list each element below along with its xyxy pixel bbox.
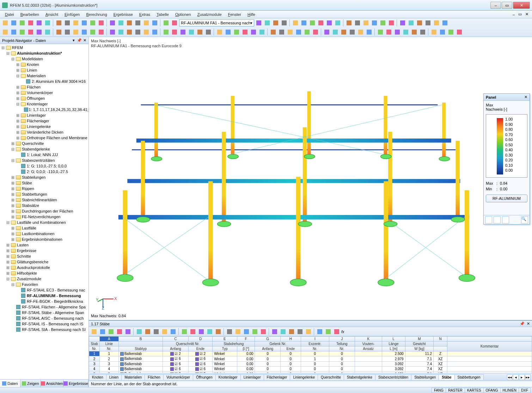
status-raster[interactable]: RASTER [446,388,465,393]
table-toolbar-button[interactable] [107,328,115,336]
tree-node[interactable]: ⊞Liniengelenke [0,124,88,129]
toolbar-button[interactable] [188,28,195,36]
maximize-button[interactable]: ▭ [502,2,512,9]
toolbar-button[interactable] [439,28,446,36]
table-toolbar-button[interactable] [181,328,188,336]
toolbar-button[interactable] [377,28,384,36]
toolbar-button[interactable] [424,19,432,27]
toolbar-button[interactable] [97,19,105,27]
tree-node[interactable]: RF-STAHL SIA - Bemessung nach SI [0,327,88,332]
tree-node[interactable]: 1: 1,7-11,17,18,24,25,31,32,38-41; [0,107,88,112]
table-toolbar-button[interactable] [161,328,169,336]
menu-extras[interactable]: Extras [136,12,153,17]
toolbar-button[interactable] [80,19,88,27]
toolbar-button[interactable] [430,28,438,36]
table-tab-knotenlager[interactable]: Knotenlager [215,374,241,380]
toolbar-button[interactable] [345,19,353,27]
table-tab-linienlager[interactable]: Linienlager [240,374,264,380]
toolbar-button[interactable] [134,28,142,36]
toolbar-button[interactable] [55,28,63,36]
toolbar-button[interactable] [216,28,224,36]
toolbar-button[interactable] [151,19,159,27]
tree-node[interactable]: ⊞Ausdruckprotokolle [0,265,88,270]
toolbar-button[interactable] [89,28,97,36]
table-toolbar-button[interactable] [90,328,98,336]
table-toolbar-button[interactable] [152,328,160,336]
toolbar-button[interactable] [10,28,18,36]
toolbar-button[interactable] [433,19,440,27]
toolbar-button[interactable] [334,19,342,27]
status-dxf[interactable]: DXF [519,388,531,393]
tree-node[interactable]: ⊞Veränderliche Dicken [0,129,88,135]
tree-node[interactable]: ⊞Stabteilungen [0,174,88,180]
panel-tool-2[interactable] [494,216,501,223]
toolbar-button[interactable] [126,28,133,36]
toolbar-button[interactable] [171,19,178,27]
nav-tab-ergebnisse[interactable]: Ergebnisse [63,380,88,387]
table-pin-icon[interactable]: 📌 [520,321,525,326]
table-toolbar-button[interactable] [316,328,324,336]
table-toolbar-button[interactable] [271,328,279,336]
toolbar-button[interactable] [196,28,204,36]
tree-node[interactable]: ⊟Aluminiumkonstruktion* [0,50,88,56]
table-tab-liniengelenke[interactable]: Liniengelenke [290,374,318,380]
tree-node[interactable]: ⊞Durchdringungen der Flächen [0,208,88,214]
toolbar-button[interactable] [162,28,170,36]
table-row[interactable]: 44Balkenstab☑ 6☑ 6Winkel0.0000003.0927.4… [89,367,532,371]
tree-node[interactable]: ⊞Lastfälle [0,225,88,231]
pin-icon[interactable]: 📌 [77,38,82,43]
tree-node[interactable]: ⊟Zusatzmodule [0,276,88,282]
panel-tool-3[interactable] [502,216,509,223]
table-toolbar-button[interactable] [279,328,287,336]
tree-node[interactable]: ⊞Ergebnisse [0,248,88,253]
toolbar-button[interactable] [35,19,43,27]
tree-node[interactable]: ⊞Lastkombinationen [0,231,88,237]
toolbar-button[interactable] [295,28,302,36]
table-tab-materialien[interactable]: Materialien [121,374,145,380]
navigator-close-icon[interactable]: ✕ [83,38,86,43]
tree-node[interactable]: ⊞Lasten [0,242,88,248]
toolbar-button[interactable] [224,28,232,36]
toolbar-button[interactable] [303,28,311,36]
toolbar-button[interactable] [27,19,35,27]
toolbar-button[interactable] [72,28,80,36]
rf-aluminium-button[interactable]: RF-ALUMINIUM [486,195,527,202]
table-row[interactable]: 11Balkenstab☑ 2☑ 2Winkel0.0000002.50011.… [89,351,532,356]
tree-node[interactable]: 1: G; 110,0,-27.5; 0,0,0 [0,163,88,169]
navigator-dropdown-icon[interactable]: ▾ [73,38,75,43]
nav-tab-zeigen[interactable]: Zeigen [20,380,41,387]
menu-berechnung[interactable]: Berechnung [83,12,110,17]
toolbar-button[interactable] [89,19,97,27]
table-toolbar-button[interactable] [324,328,332,336]
table-tab-linien[interactable]: Linien [106,374,122,380]
toolbar-button[interactable] [250,28,257,36]
nav-tab-daten[interactable]: Daten [0,380,20,387]
tree-node[interactable]: ⊟Materialien [0,73,88,79]
toolbar-button[interactable] [340,28,348,36]
toolbar-button[interactable] [419,28,427,36]
toolbar-button[interactable] [441,19,449,27]
tree-node[interactable]: RF-STAHL EC3 - Bemessung nac [0,287,88,293]
tree-node[interactable]: ⊞Stäbe [0,180,88,186]
table-toolbar-button[interactable] [296,328,304,336]
menu-datei[interactable]: Datei [2,12,17,17]
nav-tab-ansichten[interactable]: Ansichten [41,380,63,387]
toolbar-button[interactable] [204,28,212,36]
table-toolbar-button[interactable] [243,328,250,336]
table-toolbar-button[interactable] [234,328,242,336]
table-tab-flächenlager[interactable]: Flächenlager [264,374,291,380]
tree-node[interactable]: ⊞Rippen [0,186,88,191]
table-nav-button[interactable]: ▸ [519,374,525,380]
tree-node[interactable]: ⊟Stabendgelenke [0,146,88,152]
toolbar-button[interactable] [331,28,339,36]
tree-node[interactable]: ⊞Stabnichtlinearitäten [0,197,88,203]
toolbar-button[interactable] [63,28,71,36]
status-fang[interactable]: FANG [432,388,446,393]
toolbar-button[interactable] [325,19,333,27]
tree-node[interactable]: ⊞Orthotrope Flächen und Membrane [0,135,88,141]
toolbar-button[interactable] [402,28,410,36]
table-nav-button[interactable]: ◂◂ [507,374,513,380]
tree-node[interactable]: ⊞Schnitte [0,253,88,259]
table-tab-stabbettungen[interactable]: Stabbettungen [454,374,484,380]
tree-node[interactable]: ⊞Glättungsbereiche [0,259,88,265]
